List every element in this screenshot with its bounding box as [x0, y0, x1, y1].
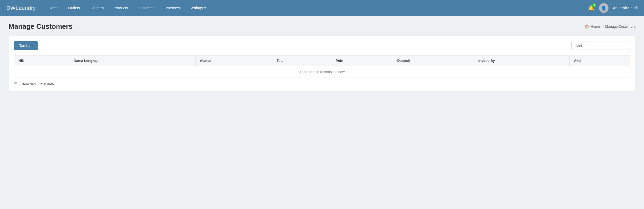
- col-aksi: Aksi: [570, 55, 630, 66]
- table-wrapper: NIK Nama Lengkap Alamat Telp Poin Deposi…: [14, 55, 630, 78]
- brand-logo[interactable]: DWLaundry: [6, 5, 36, 11]
- home-icon: 🏠: [585, 25, 589, 29]
- col-invited-by: Invited By: [474, 55, 569, 66]
- nav-item-couriers[interactable]: Couriers: [85, 4, 108, 12]
- table-header-row: NIK Nama Lengkap Alamat Telp Poin Deposi…: [14, 55, 630, 66]
- navbar-right: 🔔 0 👤 Anugrah Sandi: [588, 3, 638, 13]
- nav-item-home[interactable]: Home: [44, 4, 63, 12]
- breadcrumb-current: Manage Customers: [605, 25, 635, 29]
- footer-summary: 0 item dari 0 total data: [19, 82, 54, 86]
- list-icon: ☰: [14, 82, 17, 86]
- nav-item-customer[interactable]: Customer: [133, 4, 158, 12]
- nav-label-products: Products: [113, 6, 128, 10]
- nav-item-outlets[interactable]: Outlets: [64, 4, 84, 12]
- nav-label-home: Home: [49, 6, 58, 10]
- table-body: There are no records to show: [14, 66, 630, 78]
- col-telp: Telp: [272, 55, 331, 66]
- avatar-icon: 👤: [601, 6, 606, 11]
- page-header: Manage Customers 🏠 Home > Manage Custome…: [9, 22, 635, 31]
- nav-label-settings: Settings: [189, 6, 203, 10]
- nav-label-expenses: Expenses: [164, 6, 180, 10]
- search-input[interactable]: [571, 42, 630, 50]
- nav-label-outlets: Outlets: [68, 6, 80, 10]
- col-poin: Poin: [331, 55, 393, 66]
- user-name[interactable]: Anugrah Sandi: [613, 6, 638, 10]
- col-alamat: Alamat: [196, 55, 272, 66]
- card-toolbar: Tambah: [14, 41, 630, 50]
- breadcrumb: 🏠 Home > Manage Customers: [585, 25, 635, 29]
- nav-item-expenses[interactable]: Expenses: [159, 4, 184, 12]
- notification-button[interactable]: 🔔 0: [588, 5, 595, 11]
- brand-light: Laundry: [15, 5, 36, 11]
- nav-label-couriers: Couriers: [90, 6, 104, 10]
- page-title: Manage Customers: [9, 22, 73, 31]
- nav-links: Home Outlets Couriers Products Customer …: [44, 4, 588, 12]
- nav-item-settings[interactable]: Settings ▾: [185, 4, 210, 12]
- chevron-down-icon: ▾: [204, 6, 206, 10]
- table-head: NIK Nama Lengkap Alamat Telp Poin Deposi…: [14, 55, 630, 66]
- empty-message: There are no records to show: [14, 66, 630, 78]
- col-deposit: Deposit: [393, 55, 474, 66]
- avatar: 👤: [599, 3, 609, 13]
- nav-label-customer: Customer: [138, 6, 154, 10]
- notification-badge: 0: [592, 3, 596, 7]
- breadcrumb-home[interactable]: Home: [591, 25, 600, 29]
- navbar: DWLaundry Home Outlets Couriers Products…: [0, 0, 644, 16]
- brand-bold: DW: [6, 5, 15, 11]
- breadcrumb-separator: >: [602, 25, 604, 29]
- main-card: Tambah NIK Nama Lengkap Alamat Telp Poin…: [9, 36, 635, 91]
- page-content: Manage Customers 🏠 Home > Manage Custome…: [0, 16, 644, 97]
- customers-table: NIK Nama Lengkap Alamat Telp Poin Deposi…: [14, 55, 630, 78]
- add-button[interactable]: Tambah: [14, 41, 38, 50]
- card-footer: ☰ 0 item dari 0 total data: [14, 82, 630, 86]
- table-row-empty: There are no records to show: [14, 66, 630, 78]
- nav-item-products[interactable]: Products: [109, 4, 132, 12]
- col-nik: NIK: [14, 55, 69, 66]
- col-nama: Nama Lengkap: [69, 55, 196, 66]
